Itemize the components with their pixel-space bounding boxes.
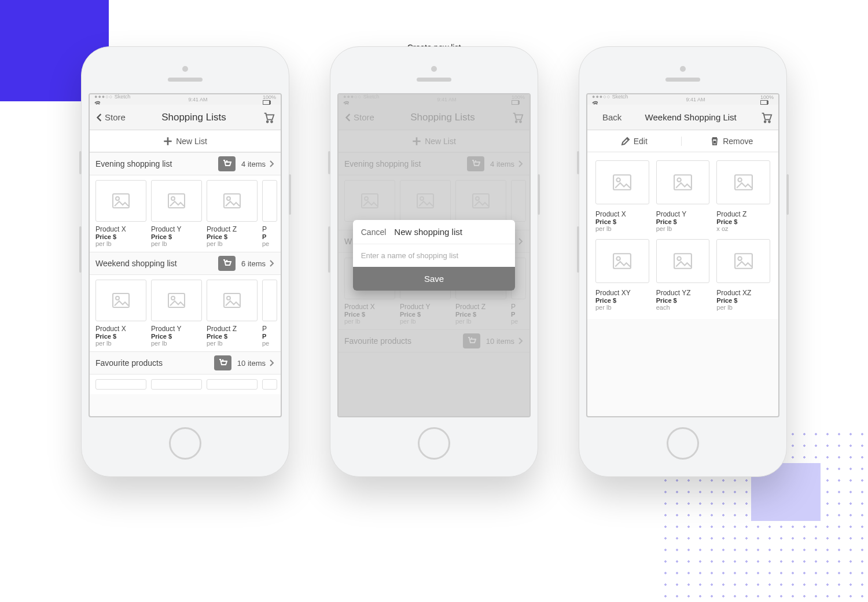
list-name: Weekend shopping list bbox=[95, 259, 212, 268]
battery-icon bbox=[760, 100, 768, 105]
svg-rect-33 bbox=[767, 101, 768, 104]
image-icon bbox=[223, 293, 241, 308]
back-button[interactable]: Back bbox=[593, 112, 621, 122]
phone-new-list-modal: ●●●○○ Sketch 9:41 AM 100% Store Shopping… bbox=[330, 46, 538, 477]
list-name: Favourite products bbox=[95, 358, 208, 368]
cart-icon[interactable] bbox=[262, 111, 275, 124]
item-count: 4 items bbox=[241, 160, 266, 168]
new-list-button[interactable]: New List bbox=[90, 130, 281, 152]
list-row[interactable]: Favourite products 10 items bbox=[90, 351, 281, 375]
status-bar: ●●●○○ Sketch 9:41 AM 100% bbox=[587, 94, 778, 105]
cart-icon[interactable] bbox=[760, 111, 773, 124]
image-icon bbox=[112, 293, 130, 308]
back-button[interactable]: Store bbox=[95, 112, 126, 122]
svg-point-43 bbox=[617, 257, 620, 260]
image-icon bbox=[734, 253, 753, 269]
image-icon bbox=[674, 253, 692, 269]
phone-shopping-lists: ●●●○○ Sketch 9:41 AM 100% Store Shopping… bbox=[81, 46, 289, 477]
product-card[interactable]: Product Z Price $ per lb bbox=[207, 280, 258, 347]
chevron-left-icon bbox=[593, 113, 601, 122]
chevron-right-icon bbox=[268, 260, 275, 267]
svg-point-41 bbox=[738, 178, 741, 182]
cancel-button[interactable]: Cancel bbox=[361, 227, 387, 237]
edit-button[interactable]: Edit bbox=[587, 137, 682, 146]
add-to-cart-button[interactable] bbox=[218, 156, 236, 171]
svg-point-47 bbox=[738, 257, 741, 260]
modal-backdrop[interactable]: Cancel New shopping list Enter a name of… bbox=[339, 94, 529, 416]
svg-point-9 bbox=[227, 197, 230, 200]
trash-icon bbox=[710, 137, 719, 146]
product-card[interactable] bbox=[151, 379, 202, 390]
list-name-input[interactable]: Enter a name of shopping list bbox=[353, 244, 516, 267]
image-icon bbox=[168, 193, 185, 208]
product-card[interactable] bbox=[207, 379, 258, 390]
nav-header: Store Shopping Lists bbox=[90, 105, 281, 130]
svg-point-37 bbox=[617, 178, 620, 182]
svg-point-34 bbox=[764, 120, 766, 122]
svg-point-39 bbox=[677, 178, 681, 182]
save-button[interactable]: Save bbox=[353, 267, 516, 291]
home-button[interactable] bbox=[667, 427, 699, 460]
svg-point-2 bbox=[267, 120, 269, 122]
status-bar: ●●●○○ Sketch 9:41 AM 100% bbox=[90, 94, 281, 105]
image-icon bbox=[674, 174, 692, 190]
remove-button[interactable]: Remove bbox=[685, 137, 779, 146]
svg-point-15 bbox=[227, 296, 230, 300]
page-title: Shopping Lists bbox=[161, 112, 226, 123]
modal-title: New shopping list bbox=[394, 227, 462, 237]
add-to-cart-button[interactable] bbox=[214, 355, 231, 370]
product-card[interactable]: P P pe bbox=[262, 280, 277, 347]
svg-point-3 bbox=[271, 120, 273, 122]
image-icon bbox=[223, 193, 241, 208]
chevron-left-icon bbox=[95, 113, 104, 122]
product-card[interactable]: Product X Price $ per lb bbox=[95, 180, 146, 247]
list-row[interactable]: Weekend shopping list 6 items bbox=[90, 252, 281, 275]
product-card[interactable]: P P pe bbox=[262, 180, 277, 247]
plus-icon bbox=[163, 137, 172, 146]
list-row[interactable]: Evening shopping list 4 items bbox=[90, 152, 281, 175]
svg-point-11 bbox=[116, 296, 119, 300]
item-count: 6 items bbox=[241, 259, 266, 268]
svg-rect-0 bbox=[263, 100, 270, 105]
image-icon bbox=[734, 174, 753, 190]
modal-new-list: Cancel New shopping list Enter a name of… bbox=[353, 220, 516, 291]
svg-point-5 bbox=[116, 197, 119, 200]
product-card[interactable]: Product XZPrice $per lb bbox=[716, 239, 770, 311]
home-button[interactable] bbox=[418, 427, 450, 460]
product-card[interactable]: Product Z Price $ per lb bbox=[207, 180, 258, 247]
product-card[interactable]: Product YPrice $per lb bbox=[656, 160, 710, 232]
product-card[interactable] bbox=[95, 379, 146, 390]
image-icon bbox=[168, 293, 185, 308]
add-to-cart-button[interactable] bbox=[218, 256, 236, 271]
chevron-right-icon bbox=[268, 160, 275, 167]
pencil-icon bbox=[621, 137, 630, 146]
product-card[interactable]: Product Y Price $ per lb bbox=[151, 280, 202, 347]
home-button[interactable] bbox=[169, 427, 201, 460]
product-card[interactable]: Product ZPrice $x oz bbox=[716, 160, 770, 232]
list-name: Evening shopping list bbox=[95, 159, 212, 168]
image-icon bbox=[613, 253, 631, 269]
chevron-right-icon bbox=[268, 359, 275, 366]
product-card[interactable]: Product X Price $ per lb bbox=[95, 280, 146, 347]
image-icon bbox=[112, 193, 130, 208]
svg-rect-1 bbox=[270, 101, 271, 104]
product-card[interactable] bbox=[262, 379, 277, 390]
product-card[interactable]: Product YZPrice $each bbox=[656, 239, 710, 311]
image-icon bbox=[613, 174, 631, 190]
product-card[interactable]: Product XYPrice $per lb bbox=[595, 239, 649, 311]
svg-point-13 bbox=[171, 296, 175, 300]
phone-list-detail: ●●●○○ Sketch 9:41 AM 100% Back Weekend S… bbox=[579, 46, 787, 477]
svg-point-7 bbox=[171, 197, 175, 200]
page-title: Weekend Shopping List bbox=[645, 112, 737, 122]
svg-point-45 bbox=[677, 257, 681, 260]
svg-rect-32 bbox=[760, 100, 767, 105]
battery-icon bbox=[263, 100, 271, 105]
product-card[interactable]: Product XPrice $per lb bbox=[595, 160, 649, 232]
product-card[interactable]: Product Y Price $ per lb bbox=[151, 180, 202, 247]
nav-header: Back Weekend Shopping List bbox=[587, 105, 778, 130]
item-count: 10 items bbox=[237, 359, 266, 368]
svg-point-35 bbox=[768, 120, 770, 122]
